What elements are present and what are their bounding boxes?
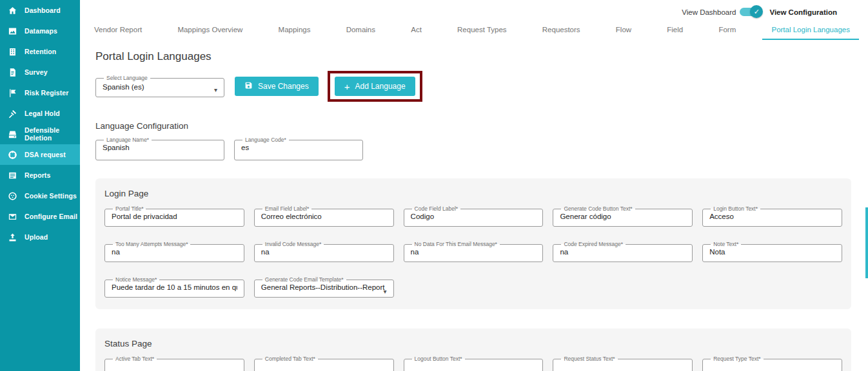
- field-label: Invalid Code Message*: [262, 242, 324, 247]
- sidebar-item-datamaps[interactable]: Datamaps: [0, 21, 80, 41]
- tab-requestors[interactable]: Requestors: [533, 23, 589, 40]
- language-code-field[interactable]: Language Code*es: [234, 137, 363, 160]
- sidebar-item-configure-email[interactable]: Configure Email: [0, 206, 80, 227]
- tab-field[interactable]: Field: [658, 23, 692, 40]
- field-label: Request Type Text*: [711, 356, 763, 362]
- request-status-text-field[interactable]: Request Status Text*: [553, 356, 693, 371]
- field-label: Code Field Label*: [412, 206, 461, 212]
- tab-form[interactable]: Form: [709, 23, 745, 40]
- sidebar-item-defensible-deletion[interactable]: Defensible Deletion: [0, 124, 80, 144]
- tab-request-types[interactable]: Request Types: [448, 23, 516, 40]
- add-language-button[interactable]: + Add Language: [335, 77, 415, 96]
- sidebar-item-legal-hold[interactable]: Legal Hold: [0, 103, 80, 124]
- document-icon: [7, 67, 17, 77]
- invalid-code-message-field[interactable]: Invalid Code Message*na: [254, 242, 394, 262]
- field-label: No Data For This Email Message*: [412, 242, 500, 247]
- completed-tab-text-field[interactable]: Completed Tab Text*: [254, 356, 394, 371]
- field-label: Logout Button Text*: [412, 356, 465, 362]
- home-icon: [7, 5, 17, 15]
- status-page-card: Status Page Active Tab Text*Completed Ta…: [95, 328, 851, 371]
- sidebar-item-upload[interactable]: Upload: [0, 227, 80, 247]
- drive-icon: [7, 129, 17, 139]
- portal-title-field[interactable]: Portal Title*Portal de privacidad: [104, 206, 244, 227]
- select-language-dropdown[interactable]: Select Language Spanish (es) ▾: [95, 75, 224, 97]
- sidebar-item-label: Dashboard: [25, 6, 61, 14]
- sidebar-item-reports[interactable]: Reports: [0, 165, 80, 186]
- request-type-text-field[interactable]: Request Type Text*: [702, 356, 842, 371]
- field-label: Active Tab Text*: [113, 356, 157, 362]
- upload-icon: [7, 232, 17, 242]
- code-expired-message-field[interactable]: Code Expired Message*na: [553, 242, 693, 262]
- login-page-fields: Portal Title*Portal de privacidadEmail F…: [104, 206, 842, 298]
- field-value: General Reports--Distribution--Report: [261, 283, 387, 291]
- sidebar-item-label: Reports: [25, 171, 50, 179]
- tab-portal-login-languages[interactable]: Portal Login Languages: [762, 23, 859, 40]
- field-label: Generate Code Email Template*: [262, 277, 346, 283]
- language-name-field[interactable]: Language Name*Spanish: [95, 137, 224, 160]
- sidebar-item-label: Survey: [25, 68, 48, 76]
- view-mode-toggle[interactable]: ✓: [740, 8, 760, 16]
- life-ring-icon: [7, 149, 17, 160]
- tab-vendor-report[interactable]: Vendor Report: [85, 23, 151, 40]
- login-page-title: Login Page: [104, 189, 842, 198]
- sidebar-item-label: Retention: [25, 48, 56, 55]
- note-text-field[interactable]: Note Text*Nota: [702, 242, 842, 262]
- field-value: na: [560, 248, 686, 256]
- tab-flow[interactable]: Flow: [607, 23, 640, 40]
- field-value: Nota: [709, 248, 835, 256]
- field-label: Language Name*: [104, 137, 152, 143]
- flag-icon: [7, 88, 17, 98]
- sidebar-item-retention[interactable]: Retention: [0, 41, 80, 62]
- email-field-label-field[interactable]: Email Field Label*Correo electrónico: [254, 206, 394, 227]
- sidebar-item-label: Risk Register: [25, 89, 68, 97]
- generate-code-email-template-field[interactable]: Generate Code Email Template*General Rep…: [254, 277, 394, 298]
- field-label: Portal Title*: [113, 206, 146, 212]
- sidebar-item-label: DSA request: [25, 151, 66, 158]
- notice-message-field[interactable]: Notice Message*Puede tardar de 10 a 15 m…: [104, 277, 244, 298]
- select-language-value: Spanish (es): [103, 83, 217, 91]
- sidebar-item-risk-register[interactable]: Risk Register: [0, 82, 80, 103]
- field-label: Login Button Text*: [711, 206, 760, 212]
- too-many-attempts-message-field[interactable]: Too Many Attempts Message*na: [104, 242, 244, 262]
- sidebar-item-cookie-settings[interactable]: Cookie Settings: [0, 186, 80, 206]
- code-field-label-field[interactable]: Code Field Label*Codigo: [404, 206, 544, 227]
- sidebar-item-dashboard[interactable]: Dashboard: [0, 0, 80, 21]
- active-tab-text-field[interactable]: Active Tab Text*: [104, 356, 244, 371]
- toggle-check-icon: ✓: [750, 5, 763, 18]
- select-language-label: Select Language: [104, 75, 150, 81]
- chevron-down-icon: ▾: [214, 86, 217, 93]
- plus-icon: +: [344, 82, 350, 91]
- save-icon: [244, 81, 253, 91]
- field-label: Request Status Text*: [561, 356, 617, 362]
- field-value: na: [261, 248, 387, 256]
- login-button-text-field[interactable]: Login Button Text*Acceso: [702, 206, 842, 227]
- sidebar-item-survey[interactable]: Survey: [0, 62, 80, 82]
- main-area: View Dashboard ✓ View Configuration Vend…: [80, 0, 868, 371]
- tab-mappings[interactable]: Mappings: [270, 23, 320, 40]
- no-data-for-this-email-message-field[interactable]: No Data For This Email Message*na: [404, 242, 544, 262]
- view-mode-toggle-row: View Dashboard ✓ View Configuration: [682, 8, 837, 16]
- page-content: Portal Login Languages Select Language S…: [95, 45, 851, 371]
- sidebar-item-dsa-request[interactable]: DSA request: [0, 144, 80, 165]
- vertical-scrollbar[interactable]: [865, 207, 868, 278]
- language-controls-row: Select Language Spanish (es) ▾ Save Chan…: [95, 71, 851, 102]
- field-label: Generate Code Button Text*: [561, 206, 635, 212]
- field-value: Correo electrónico: [261, 213, 387, 220]
- generate-code-button-text-field[interactable]: Generate Code Button Text*Generar código: [553, 206, 693, 227]
- logout-button-text-field[interactable]: Logout Button Text*: [404, 356, 544, 371]
- field-label: Email Field Label*: [262, 206, 312, 212]
- field-value: es: [241, 144, 356, 151]
- tab-bar: Vendor ReportMappings OverviewMappingsDo…: [85, 23, 859, 40]
- envelope-icon: [7, 211, 17, 222]
- tab-domains[interactable]: Domains: [337, 23, 384, 40]
- field-label: Notice Message*: [113, 277, 159, 283]
- save-changes-button[interactable]: Save Changes: [235, 77, 319, 96]
- field-label: Too Many Attempts Message*: [113, 242, 190, 247]
- language-configuration-title: Language Configuration: [95, 121, 851, 131]
- field-label: Code Expired Message*: [561, 242, 626, 247]
- tab-mappings-overview[interactable]: Mappings Overview: [168, 23, 252, 40]
- tab-act[interactable]: Act: [402, 23, 431, 40]
- field-value: Puede tardar de 10 a 15 minutos en que s…: [112, 283, 237, 291]
- datamaps-icon: [7, 26, 17, 36]
- language-configuration-fields: Language Name*SpanishLanguage Code*es: [95, 137, 851, 160]
